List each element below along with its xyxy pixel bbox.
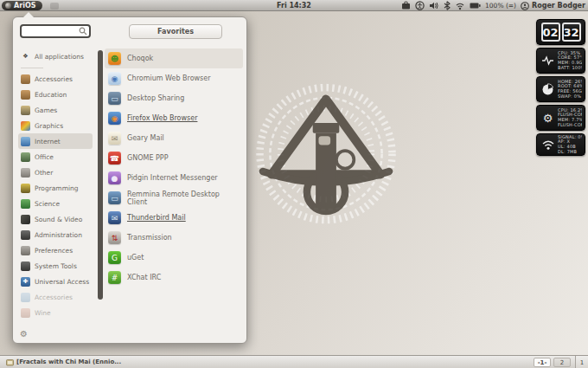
workspace-2-button[interactable]: 2 xyxy=(553,358,571,367)
bluetooth-icon[interactable] xyxy=(444,1,451,10)
category-other[interactable]: Other xyxy=(18,165,93,180)
clock-widget: 02 32 xyxy=(536,19,585,45)
workspace-pager: -1- 2 xyxy=(534,358,571,367)
battery-percentage-label[interactable]: 100% (=) xyxy=(485,2,516,10)
arios-desktop-emblem xyxy=(252,83,399,230)
category-icon xyxy=(21,106,30,115)
category-icon xyxy=(21,168,30,178)
app-chromium-web-browser[interactable]: ◉ Chromium Web Browser xyxy=(105,68,243,88)
category-preferences[interactable]: Preferences xyxy=(18,242,93,258)
category-scrollbar[interactable] xyxy=(98,50,103,300)
app-xchat-irc[interactable]: # XChat IRC xyxy=(105,268,243,287)
category-sound-video[interactable]: Sound & Video xyxy=(18,211,93,227)
category-science[interactable]: Science xyxy=(18,196,93,211)
application-label: XChat IRC xyxy=(127,274,161,281)
user-name-label: Roger Bodger xyxy=(532,2,585,10)
volume-icon[interactable] xyxy=(429,1,439,10)
category-label: Graphics xyxy=(35,122,63,130)
briefcase-icon[interactable] xyxy=(401,1,411,10)
top-bar: AriOS Fri 14:32 100% (=) Roger Bodger xyxy=(0,0,588,11)
category-icon xyxy=(21,261,30,271)
app-gnome-ppp[interactable]: ☎ GNOME PPP xyxy=(105,148,243,168)
stat-line: BATT: 100% xyxy=(558,66,582,71)
user-avatar-icon xyxy=(521,2,529,10)
category-label: Programming xyxy=(35,184,79,192)
application-label: Thunderbird Mail xyxy=(127,214,186,222)
application-label: Remmina Remote Desktop Client xyxy=(127,190,240,206)
category-list: ❖ All applications Accessories Education… xyxy=(18,48,93,320)
application-list: ☻ Choqok ◉ Chromium Web Browser ▭ Deskto… xyxy=(105,48,243,287)
wifi-icon xyxy=(540,139,556,151)
category-icon xyxy=(21,90,30,100)
application-label: Geary Mail xyxy=(127,134,164,142)
favorites-button[interactable]: Favorites xyxy=(129,24,222,39)
category-icon xyxy=(21,121,30,131)
app-uget[interactable]: G uGet xyxy=(105,248,243,268)
application-label: Desktop Sharing xyxy=(127,94,184,102)
category-icon xyxy=(21,215,30,224)
category-label: Universal Access xyxy=(35,278,89,286)
app-transmission[interactable]: ⇅ Transmission xyxy=(105,228,243,248)
stat-line: SWAP: 0% xyxy=(558,94,582,100)
category-icon xyxy=(21,293,30,302)
category-wine[interactable]: Wine xyxy=(18,305,93,320)
category-universal-access[interactable]: ✚ Universal Access xyxy=(18,274,93,289)
pie-chart-icon xyxy=(540,83,556,96)
category-all-applications[interactable]: ❖ All applications xyxy=(18,48,93,64)
category-label: Education xyxy=(35,91,67,99)
category-education[interactable]: Education xyxy=(18,87,93,102)
gear-icon: ⚙ xyxy=(540,112,556,125)
search-icon xyxy=(79,27,87,36)
app-choqok[interactable]: ☻ Choqok xyxy=(105,48,243,68)
app-firefox-web-browser[interactable]: ◉ Firefox Web Browser xyxy=(105,108,243,128)
category-internet[interactable]: Internet xyxy=(18,133,93,149)
category-system-tools[interactable]: System Tools xyxy=(18,258,93,274)
category-label: Sound & Video xyxy=(35,216,82,223)
category-accessories[interactable]: Accessories xyxy=(18,71,93,87)
category-accessories[interactable]: Accessories xyxy=(18,289,93,305)
pulse-icon xyxy=(540,55,556,67)
application-label: uGet xyxy=(127,254,144,261)
category-label: Wine xyxy=(35,309,51,317)
disk-usage-widget: HOME: 26% ROOT: 64% FREE: 56G SWAP: 0% xyxy=(536,76,585,102)
application-label: Firefox Web Browser xyxy=(127,114,197,122)
bottom-taskbar: [Fractals with Chi Mai (Ennio... -1- 2 1 xyxy=(0,355,588,368)
category-icon xyxy=(21,184,30,193)
category-icon xyxy=(21,137,30,146)
workspace-1-button[interactable]: -1- xyxy=(534,358,551,367)
application-icon: G xyxy=(108,251,121,264)
user-menu[interactable]: Roger Bodger xyxy=(521,2,585,10)
application-icon: ☎ xyxy=(108,152,121,165)
application-label: Chromium Web Browser xyxy=(127,74,211,82)
category-label: System Tools xyxy=(35,262,77,270)
category-games[interactable]: Games xyxy=(18,102,93,118)
battery-icon[interactable] xyxy=(470,2,481,10)
app-remmina-remote-desktop-client[interactable]: ▭ Remmina Remote Desktop Client xyxy=(105,188,243,208)
category-office[interactable]: Office xyxy=(18,149,93,165)
application-label: Choqok xyxy=(127,55,153,62)
app-geary-mail[interactable]: ✉ Geary Mail xyxy=(105,128,243,148)
category-graphics[interactable]: Graphics xyxy=(18,118,93,133)
network-wifi-icon[interactable] xyxy=(455,2,465,10)
app-desktop-sharing[interactable]: ▭ Desktop Sharing xyxy=(105,88,243,108)
category-icon xyxy=(21,230,30,240)
app-thunderbird-mail[interactable]: ✉ Thunderbird Mail xyxy=(105,208,243,228)
universal-access-icon[interactable] xyxy=(415,1,425,10)
category-label: Preferences xyxy=(35,247,73,255)
application-icon: ☻ xyxy=(108,52,121,65)
application-icon: ◉ xyxy=(108,112,121,125)
taskbar-window-label: [Fractals with Chi Mai (Ennio... xyxy=(16,358,121,365)
settings-gear-icon[interactable]: ⚙ xyxy=(20,329,28,339)
app-pidgin-internet-messenger[interactable]: ● Pidgin Internet Messenger xyxy=(105,168,243,188)
category-label: Office xyxy=(35,153,54,161)
search-input[interactable] xyxy=(22,28,79,36)
category-programming[interactable]: Programming xyxy=(18,180,93,196)
application-icon: ◉ xyxy=(108,72,121,85)
search-box[interactable] xyxy=(20,24,91,38)
category-administration[interactable]: Administration xyxy=(18,227,93,242)
window-count-badge[interactable]: 1 xyxy=(575,356,588,368)
application-icon: ▭ xyxy=(108,92,121,105)
application-icon: ✉ xyxy=(108,211,121,224)
network-widget: SIGNAL: 0% AP: X UL: 40B DL: 7MB xyxy=(536,133,585,156)
taskbar-window-button[interactable]: [Fractals with Chi Mai (Ennio... xyxy=(3,357,125,367)
